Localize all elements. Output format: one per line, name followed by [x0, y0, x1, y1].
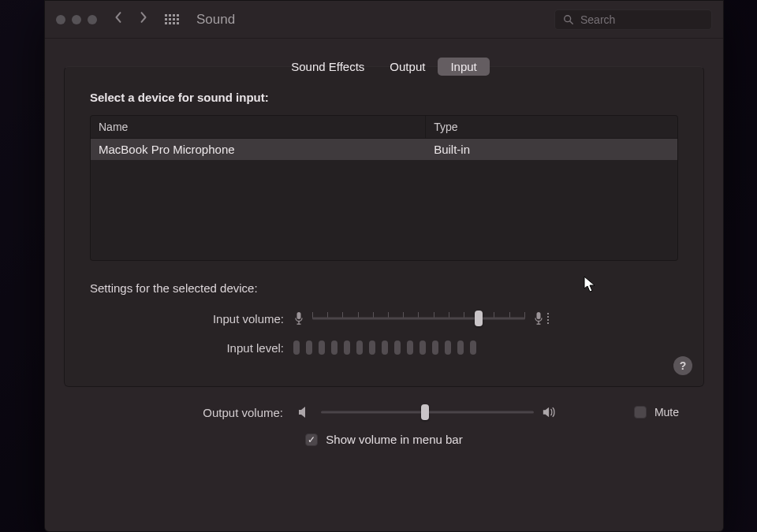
window-toolbar: Sound Search [45, 1, 723, 39]
output-volume-slider[interactable] [321, 404, 534, 420]
level-pip [356, 340, 363, 355]
level-pip [344, 340, 350, 355]
level-pip [306, 340, 312, 355]
help-button[interactable]: ? [673, 356, 692, 375]
input-volume-row: Input volume: [90, 311, 678, 326]
svg-line-1 [570, 20, 572, 23]
settings-heading: Settings for the selected device: [90, 281, 678, 295]
level-pip [470, 340, 476, 355]
search-placeholder: Search [580, 13, 615, 26]
mic-loud-icon [533, 311, 549, 326]
tab-output[interactable]: Output [377, 58, 438, 76]
input-level-meter [293, 340, 678, 355]
column-header-name[interactable]: Name [91, 116, 426, 138]
level-pip [382, 340, 388, 355]
back-button[interactable] [114, 11, 122, 28]
column-header-type[interactable]: Type [426, 116, 677, 138]
input-volume-label: Input volume: [90, 312, 285, 326]
speaker-quiet-icon [297, 405, 313, 419]
level-pip [445, 340, 451, 355]
level-pip [420, 340, 426, 355]
output-volume-label: Output volume: [89, 406, 285, 419]
level-pip [319, 340, 325, 355]
tab-strip: Sound Effects Output Input [278, 58, 490, 76]
level-pip [407, 340, 413, 355]
show-volume-row: ✓ Show volume in menu bar [305, 433, 462, 446]
device-type: Built-in [426, 139, 677, 160]
forward-button[interactable] [140, 11, 147, 28]
show-volume-label: Show volume in menu bar [326, 433, 462, 446]
input-device-table: Name Type MacBook Pro Microphone Built-i… [90, 115, 678, 261]
mute-label: Mute [654, 406, 679, 419]
speaker-loud-icon [542, 405, 557, 419]
footer: Output volume: Mute [64, 387, 704, 446]
level-pip [369, 340, 375, 355]
mic-quiet-icon [293, 311, 304, 326]
zoom-window-button[interactable] [88, 15, 97, 24]
show-volume-checkbox[interactable]: ✓ [305, 433, 318, 446]
svg-rect-2 [297, 312, 301, 319]
level-pip [394, 340, 401, 355]
level-pip [293, 340, 300, 355]
level-pip [331, 340, 337, 355]
output-volume-row: Output volume: Mute [89, 404, 679, 420]
mute-group: Mute [634, 406, 679, 419]
input-panel: Select a device for sound input: Name Ty… [64, 66, 704, 387]
page-title: Sound [196, 12, 235, 28]
device-list-heading: Select a device for sound input: [90, 91, 678, 104]
tab-sound-effects[interactable]: Sound Effects [278, 58, 377, 76]
search-icon [563, 14, 574, 25]
device-name: MacBook Pro Microphone [91, 139, 426, 160]
nav-controls [114, 11, 147, 28]
input-volume-thumb[interactable] [475, 311, 483, 326]
output-volume-control [297, 404, 621, 420]
mute-checkbox[interactable] [634, 406, 647, 419]
input-level-row: Input level: [90, 340, 678, 355]
input-level-label: Input level: [90, 341, 285, 355]
level-pip [432, 340, 438, 355]
level-pip [457, 340, 464, 355]
table-header: Name Type [91, 116, 677, 139]
preferences-window: Sound Search Sound Effects Output Input … [44, 0, 724, 532]
svg-rect-5 [537, 312, 541, 319]
minimize-window-button[interactable] [72, 15, 81, 24]
window-content: Sound Effects Output Input Select a devi… [45, 39, 723, 531]
table-row[interactable]: MacBook Pro Microphone Built-in [91, 139, 677, 160]
input-volume-control [293, 311, 678, 326]
window-controls [56, 15, 97, 24]
search-input[interactable]: Search [554, 9, 712, 30]
show-all-button[interactable] [165, 14, 179, 24]
input-volume-slider[interactable] [312, 311, 525, 326]
output-volume-thumb[interactable] [421, 404, 429, 420]
close-window-button[interactable] [56, 15, 65, 24]
tab-input[interactable]: Input [438, 58, 489, 76]
